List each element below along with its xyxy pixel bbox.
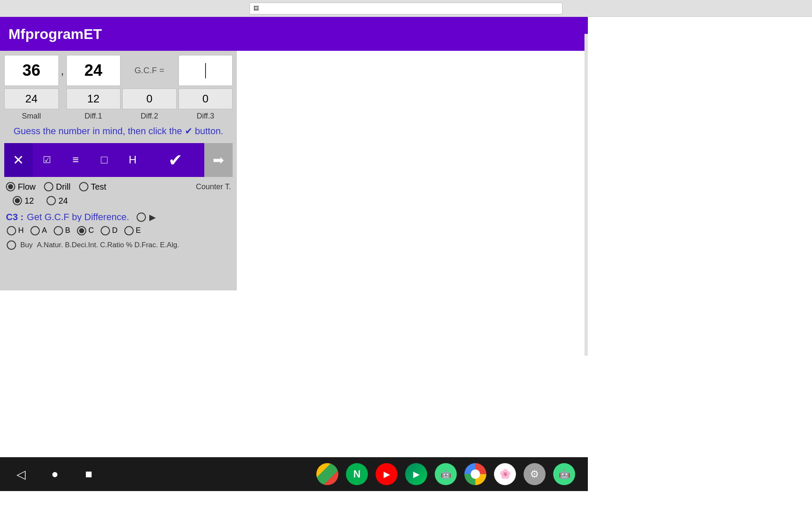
- flow-label: Flow: [18, 182, 36, 192]
- label-diff1: Diff.1: [66, 112, 121, 121]
- nav-a[interactable]: A: [30, 226, 47, 235]
- nav-c-radio[interactable]: [77, 226, 86, 235]
- photos-icon[interactable]: 🌸: [494, 463, 516, 485]
- buy-label: Buy: [20, 241, 33, 249]
- sub-1: 24: [4, 88, 59, 109]
- nav-h-radio[interactable]: [7, 226, 16, 235]
- app-header: MfprogramET: [0, 17, 588, 51]
- mode-drill[interactable]: Drill: [44, 182, 70, 192]
- label-row: Small Diff.1 Diff.2 Diff.3: [4, 112, 233, 121]
- check-button[interactable]: ✔: [147, 143, 204, 177]
- flow-radio[interactable]: [6, 182, 15, 191]
- val24-label: 24: [58, 196, 68, 206]
- label-diff3: Diff.3: [178, 112, 233, 121]
- nav-e-radio[interactable]: [124, 226, 134, 235]
- value-24[interactable]: 24: [47, 196, 68, 206]
- drill-label: Drill: [56, 182, 70, 192]
- c3-radio[interactable]: [137, 213, 146, 222]
- sub-3: 0: [122, 88, 177, 109]
- gcf-label: G.C.F =: [122, 55, 177, 86]
- sub-grid: 24 12 0 0: [4, 88, 233, 109]
- value-row: 12 24: [4, 196, 233, 206]
- drive-icon[interactable]: [316, 463, 338, 485]
- test-radio[interactable]: [79, 182, 88, 191]
- nav-d-label: D: [112, 226, 118, 235]
- nav-e[interactable]: E: [124, 226, 141, 235]
- nav-a-label: A: [42, 226, 47, 235]
- button-row: ✕ ☑ ≡ □ H ✔ ➡: [4, 143, 233, 177]
- h-button[interactable]: H: [118, 143, 147, 177]
- drill-radio[interactable]: [44, 182, 53, 191]
- c3-row: C3 : Get G.C.F by Difference. ▶: [4, 212, 233, 223]
- number-grid: 36 , 24 G.C.F =: [4, 55, 233, 86]
- c3-label: C3 :: [6, 212, 24, 223]
- taskbar-left: ◁ ● ■: [13, 466, 97, 483]
- nav-subtitle: A.Natur. B.Deci.Int. C.Ratio % D.Frac. E…: [37, 241, 179, 249]
- mode-test[interactable]: Test: [79, 182, 107, 192]
- text-cursor: [205, 63, 206, 78]
- buy-row: Buy A.Natur. B.Deci.Int. C.Ratio % D.Fra…: [0, 238, 237, 252]
- gcf-input[interactable]: [178, 55, 233, 86]
- scrollbar[interactable]: [584, 34, 588, 356]
- mode-flow[interactable]: Flow: [6, 182, 36, 192]
- value-12[interactable]: 12: [13, 196, 34, 206]
- number-2[interactable]: 24: [66, 55, 121, 86]
- clear-button[interactable]: ✕: [4, 143, 33, 177]
- buy-radio[interactable]: [7, 240, 16, 250]
- square-button[interactable]: □: [90, 143, 119, 177]
- sub-4: 0: [178, 88, 233, 109]
- android-head-icon[interactable]: 🤖: [553, 463, 575, 485]
- val24-radio[interactable]: [47, 196, 56, 205]
- val12-radio[interactable]: [13, 196, 22, 205]
- settings-icon[interactable]: ⚙: [524, 463, 546, 485]
- val12-label: 12: [25, 196, 34, 206]
- label-small: Small: [4, 112, 59, 121]
- nav-b-radio[interactable]: [54, 226, 63, 235]
- chrome-icon[interactable]: [464, 463, 486, 485]
- browser-bar: 🖼: [0, 0, 812, 17]
- nav-a-radio[interactable]: [30, 226, 40, 235]
- mode-row: Flow Drill Test Counter T.: [4, 182, 233, 192]
- address-bar[interactable]: 🖼: [250, 3, 562, 14]
- c3-play-button[interactable]: ▶: [149, 212, 156, 222]
- taskbar-right: N ▶ ▶ 🤖 🌸 ⚙ 🤖: [316, 463, 575, 485]
- nav-b-label: B: [65, 226, 70, 235]
- nav-d[interactable]: D: [101, 226, 118, 235]
- nav-h-label: H: [18, 226, 24, 235]
- label-diff2: Diff.2: [122, 112, 177, 121]
- youtube-icon[interactable]: ▶: [376, 463, 398, 485]
- app-panel: 36 , 24 G.C.F = 24 12 0 0 Small Diff.1 D…: [0, 51, 237, 290]
- arrow-button[interactable]: ➡: [204, 143, 233, 177]
- test-label: Test: [91, 182, 107, 192]
- instruction-text: Guess the number in mind, then click the…: [4, 125, 233, 138]
- nav-c-label: C: [88, 226, 94, 235]
- right-panel: [588, 17, 812, 508]
- play-store-icon[interactable]: ▶: [405, 463, 427, 485]
- nav-b[interactable]: B: [54, 226, 70, 235]
- number-1[interactable]: 36: [4, 55, 59, 86]
- back-button[interactable]: ◁: [13, 466, 30, 483]
- home-button[interactable]: ●: [47, 466, 63, 483]
- menu-button[interactable]: ≡: [61, 143, 90, 177]
- nav-e-label: E: [136, 226, 141, 235]
- checkbox-button[interactable]: ☑: [33, 143, 62, 177]
- nav-h[interactable]: H: [7, 226, 24, 235]
- nav-d-radio[interactable]: [101, 226, 110, 235]
- n-icon[interactable]: N: [346, 463, 368, 485]
- page-icon: 🖼: [253, 5, 259, 11]
- app-title: MfprogramET: [8, 26, 102, 42]
- taskbar: ◁ ● ■ N ▶ ▶ 🤖 🌸 ⚙ 🤖: [0, 457, 588, 491]
- c3-text: Get G.C.F by Difference.: [27, 212, 129, 223]
- counter-label: Counter T.: [196, 182, 231, 191]
- android-icon[interactable]: 🤖: [435, 463, 457, 485]
- nav-c[interactable]: C: [77, 226, 94, 235]
- sub-2: 12: [66, 88, 121, 109]
- bottom-nav: H A B C D E: [0, 222, 237, 240]
- recents-button[interactable]: ■: [80, 466, 97, 483]
- comma-separator: ,: [60, 55, 65, 86]
